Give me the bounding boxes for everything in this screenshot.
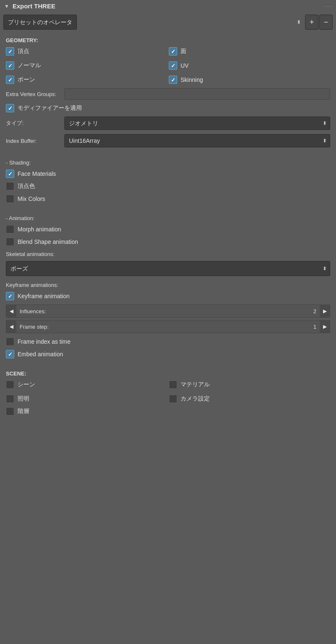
lighting-checkbox[interactable] [6,395,14,403]
camera-checkbox-row[interactable]: カメラ設定 [169,393,330,405]
influences-label: Influences: [16,308,310,314]
vertex-colors-label: 頂点色 [18,183,35,190]
camera-checkbox[interactable] [169,395,177,403]
index-buffer-select[interactable]: Uint16ArrayUint32ArrayNone [64,134,330,147]
lighting-checkbox-row[interactable]: 照明 [6,393,167,405]
type-row: タイプ: ジオメトリバッファジオメトリ [6,114,330,132]
checkbox-vertices[interactable]: 頂点 [6,45,167,58]
frame-index-row[interactable]: Frame index as time [6,335,330,348]
frame-step-increase-button[interactable]: ▶ [320,320,330,333]
skeletal-animations-label: Skeletal animations: [6,251,54,257]
checkbox-uv-input[interactable] [169,61,177,70]
influences-value: 2 [310,308,320,314]
frame-index-label: Frame index as time [18,338,71,345]
face-materials-label: Face Materials [18,170,56,177]
type-select[interactable]: ジオメトリバッファジオメトリ [64,117,330,130]
panel-title: Export THREE [13,3,325,10]
face-materials-checkbox[interactable] [6,170,14,178]
checkbox-vertices-input[interactable] [6,47,14,56]
material-checkbox-label: マテリアル [181,381,210,388]
index-buffer-row: Index Buffer: Uint16ArrayUint32ArrayNone [6,132,330,150]
checkbox-bones-input[interactable] [6,76,14,84]
frame-step-row: ◀ Frame step: 1 ▶ [6,320,330,333]
checkbox-faces-label: 面 [181,48,186,55]
collapse-icon: ▼ [4,3,9,9]
morph-animation-row[interactable]: Morph animation [6,223,330,236]
vertex-colors-checkbox[interactable] [6,182,14,190]
checkbox-normals-label: ノーマル [18,62,41,69]
material-checkbox[interactable] [169,380,177,389]
preset-add-button[interactable]: + [305,15,318,30]
shading-label: - Shading: [6,156,330,167]
face-materials-row[interactable]: Face Materials [6,167,330,180]
checkbox-uv[interactable]: UV [169,59,330,72]
panel-menu-icon[interactable]: ··· [325,3,332,9]
blend-shape-row[interactable]: Blend Shape animation [6,236,330,248]
checkbox-vertices-label: 頂点 [18,48,29,55]
preset-row: プリセットのオペレータ + − [3,15,333,30]
skeletal-select[interactable]: ポーズアクションなし [6,261,330,276]
embed-animation-row[interactable]: Embed animation [6,348,330,360]
scene-section: SCENE: シーン マテリアル 照明 カメラ設定 階層 [0,365,336,419]
hierarchy-checkbox-row[interactable]: 階層 [6,405,330,418]
keyframe-label-wrapper: Keyframe animations: [6,278,330,290]
blend-shape-checkbox[interactable] [6,238,14,246]
checkbox-skinning-label: Skinning [181,76,203,83]
mix-colors-checkbox[interactable] [6,195,14,203]
geometry-label: GEOMETRY: [6,34,330,45]
frame-step-decrease-button[interactable]: ◀ [6,320,16,333]
apply-modifiers-label: モディファイアーを適用 [18,104,82,112]
checkbox-normals-input[interactable] [6,61,14,70]
preset-remove-button[interactable]: − [319,15,333,30]
extra-vertex-groups-input[interactable] [64,88,330,100]
scene-checkbox[interactable] [6,380,14,389]
apply-modifiers-row[interactable]: モディファイアーを適用 [6,102,330,114]
extra-vertex-groups-label: Extra Vertex Groups: [6,91,64,97]
camera-checkbox-label: カメラ設定 [181,395,210,403]
keyframe-animation-checkbox[interactable] [6,292,14,300]
skeletal-label-wrapper: Skeletal animations: [6,248,330,259]
geometry-section: GEOMETRY: 頂点 面 ノーマル UV ボーン [0,32,336,151]
scene-checkbox-row[interactable]: シーン [6,378,167,391]
keyframe-animations-label: Keyframe animations: [6,282,59,288]
checkbox-uv-label: UV [181,62,188,69]
frame-step-label: Frame step: [16,324,310,330]
influences-increase-button[interactable]: ▶ [320,304,330,318]
index-buffer-label: Index Buffer: [6,138,64,144]
influences-row: ◀ Influences: 2 ▶ [6,304,330,318]
checkbox-normals[interactable]: ノーマル [6,59,167,72]
vertex-colors-row[interactable]: 頂点色 [6,180,330,193]
extra-vertex-groups-row: Extra Vertex Groups: [6,86,330,102]
checkbox-bones-label: ボーン [18,76,35,84]
mix-colors-row[interactable]: Mix Colors [6,193,330,205]
panel-header: ▼ Export THREE ··· [0,0,336,12]
checkbox-faces[interactable]: 面 [169,45,330,58]
checkbox-skinning-input[interactable] [169,76,177,84]
preset-select[interactable]: プリセットのオペレータ [3,15,77,30]
material-checkbox-row[interactable]: マテリアル [169,378,330,391]
preset-select-wrapper: プリセットのオペレータ [3,15,304,30]
checkbox-bones[interactable]: ボーン [6,74,167,86]
animation-section: - Animation: Morph animation Blend Shape… [0,210,336,362]
checkbox-skinning[interactable]: Skinning [169,74,330,86]
morph-animation-checkbox[interactable] [6,225,14,233]
frame-step-value: 1 [310,324,320,330]
index-buffer-dropdown-wrapper: Uint16ArrayUint32ArrayNone [64,134,330,147]
keyframe-animation-label: Keyframe animation [18,293,70,299]
apply-modifiers-checkbox[interactable] [6,104,14,112]
type-label: タイプ: [6,119,64,127]
mix-colors-label: Mix Colors [18,195,45,202]
embed-animation-label: Embed animation [18,351,63,357]
hierarchy-checkbox[interactable] [6,407,14,416]
shading-section: - Shading: Face Materials 頂点色 Mix Colors [0,155,336,207]
scene-checkbox-label: シーン [18,381,35,388]
geometry-checkboxes: 頂点 面 ノーマル UV ボーン Skinning [6,45,330,86]
export-three-panel: ▼ Export THREE ··· プリセットのオペレータ + − GEOME… [0,0,336,428]
checkbox-faces-input[interactable] [169,47,177,56]
embed-animation-checkbox[interactable] [6,350,14,358]
frame-index-checkbox[interactable] [6,337,14,346]
morph-animation-label: Morph animation [18,226,61,233]
influences-decrease-button[interactable]: ◀ [6,304,16,318]
skeletal-dropdown-wrapper: ポーズアクションなし [6,261,330,276]
keyframe-animation-row[interactable]: Keyframe animation [6,290,330,302]
